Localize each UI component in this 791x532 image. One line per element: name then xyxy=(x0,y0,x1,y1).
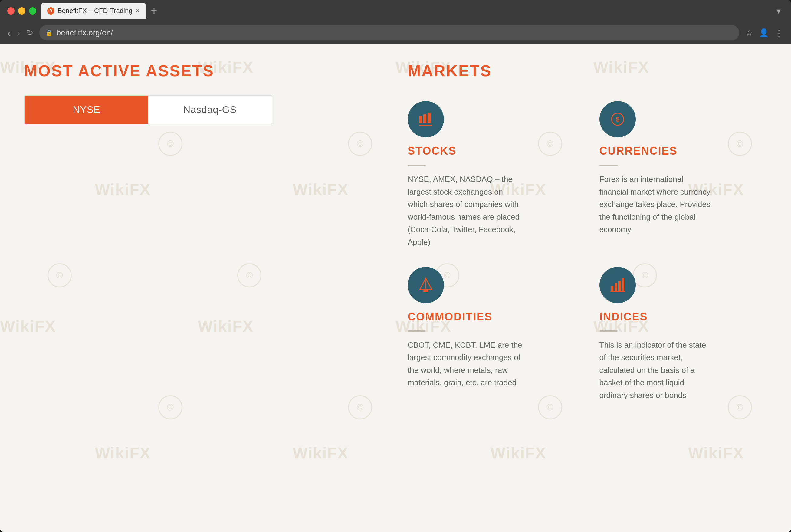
indices-description: This is an indicator of the state of the… xyxy=(599,339,714,402)
tab-close-button[interactable]: ✕ xyxy=(135,7,140,14)
right-section: MARKETS STOCKS xyxy=(408,62,767,514)
address-bar[interactable]: 🔒 benefitfx.org/en/ xyxy=(39,25,739,40)
indices-icon xyxy=(609,276,627,294)
forward-button[interactable]: › xyxy=(17,27,20,39)
currencies-divider xyxy=(599,165,618,166)
back-button[interactable]: ‹ xyxy=(7,27,11,39)
maximize-button[interactable] xyxy=(29,7,36,15)
stocks-icon-circle xyxy=(408,101,444,137)
commodities-icon xyxy=(417,276,435,294)
nav-buttons: ‹ › ↻ xyxy=(7,27,33,39)
svg-rect-0 xyxy=(419,116,422,123)
commodities-description: CBOT, CME, KCBT, LME are the largest com… xyxy=(408,339,523,389)
traffic-lights xyxy=(7,7,36,15)
currencies-title: CURRENCIES xyxy=(599,145,767,157)
market-item-indices: INDICES This is an indicator of the stat… xyxy=(599,267,767,402)
bookmark-icon[interactable]: ☆ xyxy=(745,28,753,38)
stocks-title: STOCKS xyxy=(408,145,575,157)
close-button[interactable] xyxy=(7,7,15,15)
market-item-commodities: COMMODITIES CBOT, CME, KCBT, LME are the… xyxy=(408,267,575,402)
commodities-icon-circle xyxy=(408,267,444,303)
browser-window: B BenefitFX – CFD-Trading ✕ + ▾ ‹ › ↻ 🔒 … xyxy=(0,0,791,532)
markets-title: MARKETS xyxy=(408,62,767,80)
asset-tabs-container: NYSE Nasdaq-GS xyxy=(24,95,272,125)
svg-text:$: $ xyxy=(616,116,619,123)
svg-rect-1 xyxy=(423,114,426,123)
markets-grid: STOCKS NYSE, AMEX, NASDAQ – the largest … xyxy=(408,101,767,402)
left-section: MOST ACTIVE ASSETS NYSE Nasdaq-GS xyxy=(24,62,383,514)
svg-rect-12 xyxy=(622,279,624,290)
svg-rect-9 xyxy=(611,286,613,290)
address-bar-row: ‹ › ↻ 🔒 benefitfx.org/en/ ☆ 👤 ⋮ xyxy=(0,22,791,43)
stocks-description: NYSE, AMEX, NASDAQ – the largest stock e… xyxy=(408,173,523,249)
svg-rect-8 xyxy=(423,290,428,292)
market-item-stocks: STOCKS NYSE, AMEX, NASDAQ – the largest … xyxy=(408,101,575,249)
nasdaq-tab[interactable]: Nasdaq-GS xyxy=(148,96,272,124)
reload-button[interactable]: ↻ xyxy=(26,28,33,38)
market-item-currencies: $ CURRENCIES Forex is an international f… xyxy=(599,101,767,249)
lock-icon: 🔒 xyxy=(45,29,53,36)
commodities-divider xyxy=(408,330,426,332)
dropdown-button[interactable]: ▾ xyxy=(776,6,784,16)
nyse-tab[interactable]: NYSE xyxy=(25,96,148,124)
tab-bar: B BenefitFX – CFD-Trading ✕ + ▾ xyxy=(41,3,784,19)
profile-icon[interactable]: 👤 xyxy=(759,28,769,38)
new-tab-button[interactable]: + xyxy=(151,4,157,17)
currencies-description: Forex is an international financial mark… xyxy=(599,173,714,236)
currencies-icon-circle: $ xyxy=(599,101,636,137)
svg-rect-11 xyxy=(618,281,621,290)
stocks-icon xyxy=(417,110,435,128)
svg-rect-10 xyxy=(615,283,617,290)
commodities-title: COMMODITIES xyxy=(408,310,575,323)
tab-favicon: B xyxy=(47,7,55,15)
tab-title: BenefitFX – CFD-Trading xyxy=(58,7,132,15)
currencies-icon: $ xyxy=(609,110,627,128)
minimize-button[interactable] xyxy=(18,7,25,15)
page-layout: MOST ACTIVE ASSETS NYSE Nasdaq-GS MARKET… xyxy=(0,43,791,532)
menu-icon[interactable]: ⋮ xyxy=(775,28,784,38)
browser-tab[interactable]: B BenefitFX – CFD-Trading ✕ xyxy=(41,3,146,19)
most-active-assets-title: MOST ACTIVE ASSETS xyxy=(24,62,383,80)
title-bar: B BenefitFX – CFD-Trading ✕ + ▾ xyxy=(0,0,791,22)
stocks-divider xyxy=(408,165,426,166)
svg-rect-2 xyxy=(428,113,430,123)
browser-actions: ☆ 👤 ⋮ xyxy=(745,28,784,38)
indices-icon-circle xyxy=(599,267,636,303)
page-content: WikiFX WikiFX WikiFX WikiFX WikiFX WikiF… xyxy=(0,43,791,532)
indices-title: INDICES xyxy=(599,310,767,323)
indices-divider xyxy=(599,330,618,332)
url-text: benefitfx.org/en/ xyxy=(57,28,113,38)
